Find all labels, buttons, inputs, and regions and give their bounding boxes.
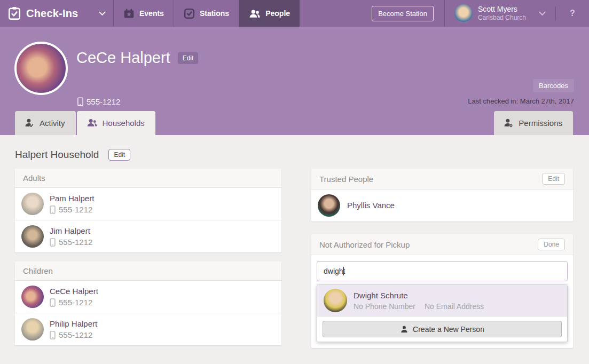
user-org: Carlsbad Church xyxy=(478,14,526,22)
app-brand[interactable]: Check-Ins xyxy=(0,0,113,27)
tab-label: Households xyxy=(103,118,145,128)
member-phone-number: 555-1212 xyxy=(59,298,92,307)
nav-tab-label: People xyxy=(265,9,290,18)
profile-header: CeCe Halpert Edit 555-1212 Barcodes Last… xyxy=(0,27,589,135)
member-row-philip[interactable]: Philip Halpert 555-1212 xyxy=(15,313,281,345)
member-row-pam[interactable]: Pam Halpert 555-1212 xyxy=(15,188,281,220)
calendar-star-icon xyxy=(123,8,135,19)
trusted-people-header: Trusted People xyxy=(319,175,373,184)
person-icon xyxy=(400,325,409,334)
search-results-dropdown: Dwight Schrute No Phone Number No Email … xyxy=(317,284,568,342)
households-icon xyxy=(87,118,98,128)
member-row-jim[interactable]: Jim Halpert 555-1212 xyxy=(15,220,281,252)
member-name[interactable]: CeCe Halpert xyxy=(50,287,98,296)
become-station-button[interactable]: Become Station xyxy=(372,6,434,21)
nav-tab-label: Stations xyxy=(200,9,229,18)
tab-label: Permissions xyxy=(519,118,562,128)
question-mark-icon: ? xyxy=(566,6,580,21)
member-name[interactable]: Jim Halpert xyxy=(50,226,92,236)
member-row-cece[interactable]: CeCe Halpert 555-1212 xyxy=(15,281,281,313)
profile-phone: 555-1212 xyxy=(87,97,120,106)
tab-label: Activity xyxy=(40,118,65,128)
member-phone-number: 555-1212 xyxy=(59,205,92,214)
avatar xyxy=(21,225,44,248)
member-name[interactable]: Philip Halpert xyxy=(50,319,97,329)
nav-tab-events[interactable]: Events xyxy=(114,0,174,27)
main-content: Halpert Household Edit Adults Pam Halper… xyxy=(0,135,589,357)
user-menu[interactable]: Scott Myers Carlsbad Church xyxy=(444,0,555,27)
result-name: Dwight Schrute xyxy=(354,291,484,300)
user-avatar xyxy=(454,4,473,22)
create-new-person-button[interactable]: Create a New Person xyxy=(323,321,562,337)
mobile-phone-icon xyxy=(50,298,56,307)
help-button[interactable]: ? xyxy=(555,6,589,21)
avatar xyxy=(324,289,347,312)
trusted-person-name[interactable]: Phyllis Vance xyxy=(347,201,395,210)
tab-activity[interactable]: Activity xyxy=(15,111,76,135)
avatar xyxy=(21,286,44,308)
nav-tab-people[interactable]: People xyxy=(239,0,300,27)
trusted-row-phyllis[interactable]: Phyllis Vance xyxy=(311,189,573,221)
checkins-logo-icon xyxy=(7,6,21,20)
create-new-person-label: Create a New Person xyxy=(413,325,484,334)
children-card: Children CeCe Halpert 555-1212 xyxy=(15,262,281,345)
mobile-phone-icon xyxy=(77,97,83,106)
last-checked-in: Last checked in: March 27th, 2017 xyxy=(468,97,574,105)
chevron-down-icon[interactable] xyxy=(99,11,106,16)
nav-tab-stations[interactable]: Stations xyxy=(174,0,239,27)
person-search-input[interactable] xyxy=(317,261,568,281)
mobile-phone-icon xyxy=(50,331,56,339)
people-icon xyxy=(249,8,261,19)
nav-tab-label: Events xyxy=(139,9,164,18)
done-button[interactable]: Done xyxy=(538,239,565,250)
household-title: Halpert Household xyxy=(15,149,99,161)
profile-avatar[interactable] xyxy=(14,42,68,95)
tab-households[interactable]: Households xyxy=(77,111,155,135)
avatar xyxy=(318,194,340,217)
nav-right-group: Become Station Scott Myers Carlsbad Chur… xyxy=(372,0,589,27)
edit-household-button[interactable]: Edit xyxy=(108,149,130,161)
edit-person-button[interactable]: Edit xyxy=(178,52,199,64)
adults-card-header: Adults xyxy=(23,173,45,183)
trusted-people-card: Trusted People Edit Phyllis Vance xyxy=(311,169,573,221)
result-phone-status: No Phone Number xyxy=(354,302,415,311)
chevron-down-icon xyxy=(539,11,546,16)
checkbox-check-icon xyxy=(184,8,195,19)
profile-phone-row: 555-1212 xyxy=(77,97,120,106)
text-caret xyxy=(343,267,344,275)
children-card-header: Children xyxy=(23,266,53,275)
search-result-dwight[interactable]: Dwight Schrute No Phone Number No Email … xyxy=(317,285,567,316)
person-gear-icon xyxy=(504,118,514,128)
not-authorized-card: Not Authorized for Pickup Done Dwight Sc… xyxy=(311,234,573,348)
avatar xyxy=(21,193,44,215)
mobile-phone-icon xyxy=(50,238,56,247)
adults-card: Adults Pam Halpert 555-1212 Ji xyxy=(15,169,281,252)
user-name: Scott Myers xyxy=(478,5,526,14)
result-email-status: No Email Address xyxy=(425,302,484,311)
tab-permissions[interactable]: Permissions xyxy=(494,111,573,135)
edit-trusted-button[interactable]: Edit xyxy=(542,173,565,185)
member-phone-number: 555-1212 xyxy=(59,330,92,339)
avatar xyxy=(21,318,44,341)
member-name[interactable]: Pam Halpert xyxy=(50,194,94,203)
person-check-icon xyxy=(25,118,35,128)
page-title: CeCe Halpert xyxy=(76,49,170,67)
profile-tabbar: Activity Households xyxy=(0,111,589,135)
mobile-phone-icon xyxy=(50,205,56,214)
app-title: Check-Ins xyxy=(26,7,78,20)
member-phone-number: 555-1212 xyxy=(59,238,92,247)
top-nav: Check-Ins Events Stations xyxy=(0,0,589,27)
barcodes-button[interactable]: Barcodes xyxy=(533,79,574,92)
not-authorized-header: Not Authorized for Pickup xyxy=(319,240,410,249)
